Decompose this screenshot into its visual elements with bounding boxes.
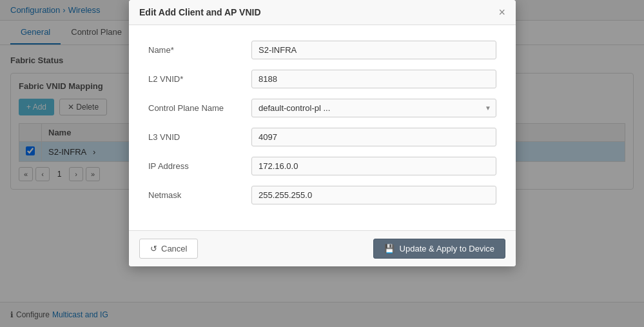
control-plane-label: Control Plane Name (148, 103, 251, 113)
save-icon: 💾 (384, 244, 395, 253)
modal-header: Edit Add Client and AP VNID × (129, 0, 516, 25)
ip-address-label: IP Address (148, 161, 251, 171)
l3vnid-input[interactable] (251, 128, 496, 146)
ip-address-input[interactable] (251, 157, 496, 175)
update-label: Update & Apply to Device (400, 244, 494, 253)
modal-footer: ↺ Cancel 💾 Update & Apply to Device (129, 230, 516, 266)
cancel-icon: ↺ (150, 244, 157, 253)
l2vnid-label: L2 VNID* (148, 74, 251, 84)
modal-overlay: Edit Add Client and AP VNID × Name* L2 V… (0, 0, 644, 327)
name-field-row: Name* (148, 41, 496, 59)
netmask-field-row: Netmask (148, 186, 496, 204)
netmask-label: Netmask (148, 190, 251, 200)
ip-address-field-row: IP Address (148, 157, 496, 175)
l2vnid-field-row: L2 VNID* (148, 70, 496, 88)
cancel-button[interactable]: ↺ Cancel (139, 239, 198, 259)
control-plane-select[interactable]: default-control-pl ... (251, 99, 496, 117)
name-input[interactable] (251, 41, 496, 59)
name-label: Name* (148, 45, 251, 55)
modal-body: Name* L2 VNID* Control Plane Name defaul… (129, 25, 516, 230)
update-apply-button[interactable]: 💾 Update & Apply to Device (373, 239, 505, 259)
modal-close-button[interactable]: × (498, 6, 505, 18)
l3vnid-label: L3 VNID (148, 132, 251, 142)
modal-title: Edit Add Client and AP VNID (139, 7, 261, 17)
l3vnid-field-row: L3 VNID (148, 128, 496, 146)
control-plane-select-wrapper: default-control-pl ... ▼ (251, 99, 496, 117)
edit-vnid-modal: Edit Add Client and AP VNID × Name* L2 V… (129, 0, 516, 266)
netmask-input[interactable] (251, 186, 496, 204)
control-plane-field-row: Control Plane Name default-control-pl ..… (148, 99, 496, 117)
l2vnid-input[interactable] (251, 70, 496, 88)
cancel-label: Cancel (161, 244, 187, 253)
